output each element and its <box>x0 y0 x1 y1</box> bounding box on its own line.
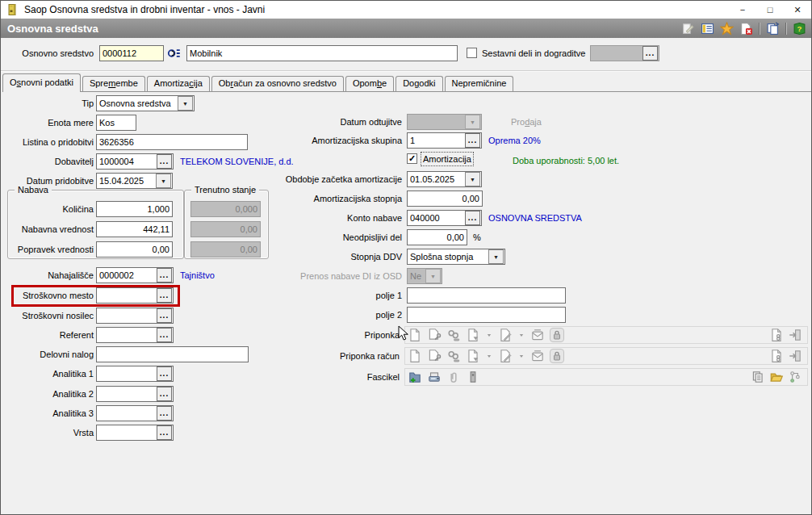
konto-nabave-field[interactable]: ... <box>407 210 482 226</box>
stroskovno-mesto-lookup-button[interactable]: ... <box>157 288 172 303</box>
obdobje-input[interactable] <box>410 174 464 184</box>
import-document-icon[interactable] <box>788 349 802 363</box>
referent-lookup-button[interactable]: ... <box>157 328 172 342</box>
analitika3-input[interactable] <box>99 408 156 418</box>
tab-amortizacija[interactable]: Amortizacija <box>147 76 210 91</box>
caret-down-icon[interactable] <box>485 349 493 363</box>
datum-pridobitve-dropdown-button[interactable]: ▼ <box>156 174 171 188</box>
amortizacijska-skupina-field[interactable]: ... <box>407 132 482 149</box>
konto-nabave-input[interactable] <box>410 213 464 223</box>
tip-combobox[interactable]: ▼ <box>96 95 195 111</box>
copy-document-icon[interactable] <box>751 370 765 384</box>
stroskovno-mesto-input[interactable] <box>99 291 156 300</box>
import-document-icon[interactable] <box>788 328 802 342</box>
open-document-icon[interactable] <box>427 349 442 363</box>
stroskovni-nosilec-input[interactable] <box>99 311 156 320</box>
vrsta-field[interactable]: ... <box>96 425 174 441</box>
asset-name-field[interactable] <box>186 45 458 61</box>
polje1-field[interactable] <box>407 287 566 304</box>
datum-pridobitve-input[interactable] <box>99 176 155 186</box>
asset-code-field[interactable] <box>99 45 164 61</box>
konto-nabave-lookup-button[interactable]: ... <box>465 211 480 225</box>
add-folder-icon[interactable] <box>408 370 422 384</box>
vrsta-input[interactable] <box>99 428 156 438</box>
obdobje-combobox[interactable]: ▼ <box>407 171 482 187</box>
help-book-icon[interactable] <box>793 22 806 36</box>
stopnja-ddv-input[interactable] <box>410 252 488 262</box>
analitika2-lookup-button[interactable]: ... <box>157 387 172 401</box>
analitika1-input[interactable] <box>99 369 156 379</box>
enota-mere-field[interactable] <box>96 115 136 131</box>
tab-osnovni-podatki[interactable]: Osnovni podatki <box>2 73 81 92</box>
analitika1-field[interactable]: ... <box>96 366 174 382</box>
new-document-icon[interactable] <box>408 328 422 342</box>
stopnja-ddv-combobox[interactable]: ▼ <box>407 249 505 265</box>
document-number-icon[interactable] <box>769 328 784 342</box>
minimize-button[interactable]: − <box>729 1 756 19</box>
tab-dogodki[interactable]: Dogodki <box>396 76 442 91</box>
amortizacijska-stopnja-input[interactable] <box>410 194 481 203</box>
neodpisljivi-del-field[interactable] <box>407 229 467 245</box>
datum-pridobitve-combobox[interactable]: ▼ <box>96 173 173 189</box>
link-chain-icon[interactable] <box>446 328 461 342</box>
nabavna-vrednost-field[interactable] <box>96 221 173 237</box>
scan-mail-icon[interactable] <box>530 328 545 342</box>
dobavitelj-lookup-button[interactable]: ... <box>157 154 172 169</box>
nabavna-vrednost-input[interactable] <box>99 224 171 234</box>
tab-spremembe[interactable]: Spremembe <box>82 76 145 91</box>
caret-down-icon[interactable] <box>485 328 493 342</box>
stroskovni-nosilec-field[interactable]: ... <box>96 308 174 324</box>
link-chain-icon[interactable] <box>446 349 461 363</box>
copy-record-icon[interactable] <box>766 22 780 36</box>
analitika2-field[interactable]: ... <box>96 386 174 402</box>
tip-dropdown-button[interactable]: ▼ <box>178 96 193 111</box>
popravek-vrednosti-input[interactable] <box>99 245 171 254</box>
amortizacija-checkbox[interactable]: ✓ <box>407 153 417 164</box>
export-document-icon[interactable] <box>466 349 480 363</box>
scanner-icon[interactable] <box>427 370 442 384</box>
analitika2-input[interactable] <box>99 389 156 399</box>
hierarchy-icon[interactable] <box>788 370 802 384</box>
tab-nepremicnine[interactable]: Nepremičnine <box>445 76 514 91</box>
stroskovno-mesto-field[interactable]: ... <box>96 287 174 304</box>
polje2-field[interactable] <box>407 307 566 323</box>
maximize-button[interactable]: □ <box>756 1 784 19</box>
obdobje-dropdown-button[interactable]: ▼ <box>465 172 480 186</box>
paperclip-icon[interactable] <box>446 370 461 384</box>
data-browse-icon[interactable] <box>701 22 714 36</box>
analitika1-lookup-button[interactable]: ... <box>157 366 172 381</box>
caret-down-icon[interactable] <box>517 328 525 342</box>
asset-name-input[interactable] <box>190 48 456 58</box>
amortizacijska-stopnja-field[interactable] <box>407 191 483 207</box>
lookup-icon[interactable] <box>167 46 182 61</box>
components-checkbox[interactable] <box>467 48 477 58</box>
amortizacijska-skupina-input[interactable] <box>410 136 464 145</box>
listina-input[interactable] <box>99 137 246 147</box>
lock-icon[interactable] <box>550 328 564 342</box>
kolicina-input[interactable] <box>99 204 171 214</box>
tab-obracun[interactable]: Obračun za osnovno sredstvo <box>211 76 344 91</box>
delete-calendar-icon[interactable] <box>739 22 753 36</box>
components-lookup-button[interactable]: ... <box>642 46 658 61</box>
amortizacija-checkbox-label[interactable]: Amortizacija <box>421 152 474 166</box>
lock-icon[interactable] <box>550 349 564 363</box>
enota-mere-input[interactable] <box>99 118 135 128</box>
neodpisljivi-del-input[interactable] <box>410 232 466 242</box>
delovni-nalog-input[interactable] <box>99 350 247 359</box>
analitika3-lookup-button[interactable]: ... <box>157 406 172 421</box>
stroskovni-nosilec-lookup-button[interactable]: ... <box>157 308 172 323</box>
edit-record-icon[interactable] <box>681 22 695 36</box>
vrsta-lookup-button[interactable]: ... <box>157 425 172 440</box>
tab-opombe[interactable]: Opombe <box>345 76 394 91</box>
stopnja-ddv-dropdown-button[interactable]: ▼ <box>488 249 504 264</box>
tip-input[interactable] <box>99 98 177 108</box>
nahajalisce-input[interactable] <box>99 270 156 280</box>
open-document-icon[interactable] <box>427 328 442 342</box>
delovni-nalog-field[interactable] <box>96 346 249 362</box>
nahajalisce-field[interactable]: ... <box>96 267 174 283</box>
scan-mail-icon[interactable] <box>530 349 545 363</box>
new-document-icon[interactable] <box>408 349 422 363</box>
analitika3-field[interactable]: ... <box>96 405 174 421</box>
caret-down-icon[interactable] <box>517 349 525 363</box>
referent-input[interactable] <box>99 330 156 340</box>
